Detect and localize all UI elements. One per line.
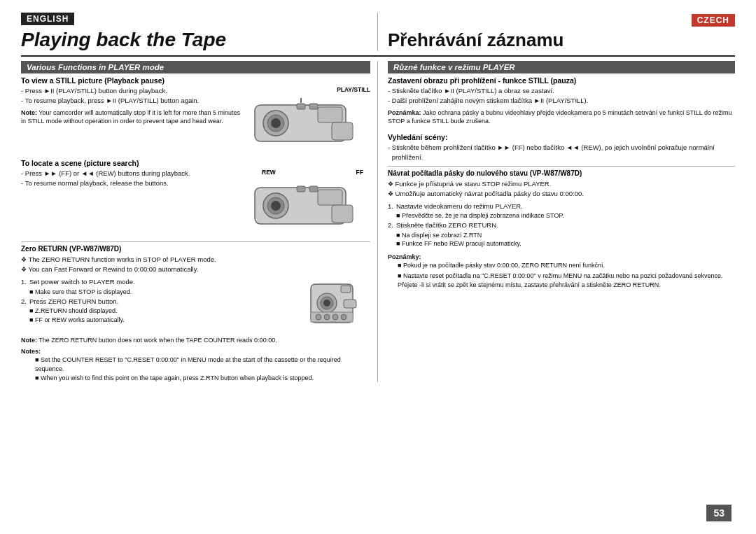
header-left: ENGLISH Playing back the Tape xyxy=(21,13,378,51)
step-2b-cz: Funkce FF nebo REW pracují automaticky. xyxy=(388,239,735,248)
zero-note-en: Note: The ZERO RETURN button does not wo… xyxy=(21,336,370,345)
scene-dash-2: To resume normal playback, release the b… xyxy=(21,178,244,188)
notes-1-en: Set the COUNTER RESET to "C.RESET 0:00:0… xyxy=(21,356,370,373)
step-2b-en: FF or REW works automatically. xyxy=(21,316,300,325)
svg-rect-14 xyxy=(332,205,353,223)
ff-label: FF xyxy=(356,169,363,176)
various-functions-bar-cz: Různé funkce v režimu PLAYER xyxy=(388,61,735,73)
header-titles: ENGLISH Playing back the Tape CZECH Přeh… xyxy=(21,13,735,57)
notes-2-en: When you wish to find this point on the … xyxy=(21,374,370,383)
svg-rect-5 xyxy=(332,122,353,140)
poznamky-cz: Poznámky: Pokud je na počítadle pásky st… xyxy=(388,253,735,289)
svg-rect-16 xyxy=(309,186,318,192)
zero-bullet-1-cz: Funkce je přístupná ve stavu STOP režimu… xyxy=(388,179,735,189)
zero-return-steps-en: 1.Set power switch to PLAYER mode. Make … xyxy=(21,277,300,335)
svg-rect-6 xyxy=(297,104,305,109)
still-dash-2: To resume playback, press ►II (PLAY/STIL… xyxy=(21,96,244,106)
still-title-cz: Zastavení obrazu při prohlížení - funkce… xyxy=(388,76,735,85)
section-title-cz: Přehrávání záznamu xyxy=(388,30,735,51)
zero-return-bullets-cz: Funkce je přístupná ve stavu STOP režimu… xyxy=(388,179,735,199)
camcorder-zero-svg xyxy=(307,277,367,333)
zero-return-section-cz: Návrat počítadla pásky do nulového stavu… xyxy=(388,166,735,289)
still-dash-1: Press ►II (PLAY/STILL) button during pla… xyxy=(21,86,244,96)
zero-bullet-1-en: The ZERO RETURN function works in STOP o… xyxy=(21,255,370,265)
step-2-en: 2.Press ZERO RETURN button. xyxy=(21,297,300,307)
step-2-cz: 2.Stiskněte tlačítko ZERO RETURN. xyxy=(388,220,735,230)
scene-title-en: To locate a scene (picture search) xyxy=(21,159,370,167)
zero-return-header-en: Zero RETURN (VP-W87/W87D) xyxy=(21,245,370,253)
step-1-cz: 1.Nastavte videokameru do režimu PLAYER. xyxy=(388,202,735,211)
scene-title-cz: Vyhledání scény: xyxy=(388,133,735,141)
still-cz-2: Další prohlížení zahájíte novým stiskem … xyxy=(388,96,735,106)
playstill-label: PLAY/STILL xyxy=(248,86,370,93)
svg-point-3 xyxy=(271,118,281,128)
step-2a-en: Z.RETURN should displayed. xyxy=(21,307,300,316)
svg-point-27 xyxy=(341,314,346,320)
scene-section-en: REW FF Press ►► (FF) or xyxy=(21,169,370,237)
notes-label-en: Notes: Set the COUNTER RESET to "C.RESET… xyxy=(21,347,370,382)
svg-rect-4 xyxy=(318,107,342,122)
step-1a-cz: Přesvědčte se, že je na displeji zobraze… xyxy=(388,211,735,220)
svg-rect-7 xyxy=(309,104,318,109)
section-title-en: Playing back the Tape xyxy=(21,29,370,51)
pozn-1-cz: Pokud je na počítadle pásky stav 0:00:00… xyxy=(388,261,735,270)
rew-label: REW xyxy=(262,169,276,176)
scene-body-cz: Stiskněte během prohlížení tlačítko ►► (… xyxy=(388,143,735,162)
svg-point-26 xyxy=(332,314,338,320)
step-1-en: 1.Set power switch to PLAYER mode. xyxy=(21,277,300,287)
zero-bullet-2-en: You can Fast Forward or Rewind to 0:00:0… xyxy=(21,265,370,274)
svg-point-12 xyxy=(271,201,281,211)
zero-return-camera-en xyxy=(307,277,370,335)
step-1a-en: Make sure that STOP is displayed. xyxy=(21,288,300,297)
page: ENGLISH Playing back the Tape CZECH Přeh… xyxy=(0,0,756,534)
zero-return-content-en: 1.Set power switch to PLAYER mode. Make … xyxy=(21,277,370,335)
main-left: Various Functions in PLAYER mode To view… xyxy=(21,61,378,382)
svg-rect-15 xyxy=(297,186,305,192)
pozn-2-cz: Nastavte reset počítadla na "C.RESET 0:0… xyxy=(388,272,735,289)
camcorder-still-svg xyxy=(248,94,367,150)
svg-point-25 xyxy=(324,314,330,320)
svg-point-24 xyxy=(316,314,321,320)
zero-return-header-cz: Návrat počítadla pásky do nulového stavu… xyxy=(388,169,735,177)
svg-rect-13 xyxy=(318,190,342,205)
svg-rect-21 xyxy=(341,286,351,293)
svg-rect-22 xyxy=(344,300,356,308)
zero-steps-text: 1.Set power switch to PLAYER mode. Make … xyxy=(21,277,300,324)
main-right: Různé funkce v režimu PLAYER Zastavení o… xyxy=(378,61,735,382)
svg-point-20 xyxy=(323,300,330,307)
step-2a-cz: Na displeji se zobrazí Z.RTN xyxy=(388,231,735,240)
main-content: Various Functions in PLAYER mode To view… xyxy=(21,61,735,382)
page-number-badge: 53 xyxy=(706,505,732,521)
still-note-cz: Poznámka: Jako ochrana pásky a bubnu vid… xyxy=(388,108,735,126)
various-functions-bar-en: Various Functions in PLAYER mode xyxy=(21,61,370,73)
zero-return-steps-cz: 1.Nastavte videokameru do režimu PLAYER.… xyxy=(388,202,735,248)
still-cz-1: Stiskněte tlačítko ►II (PLAY/STILL) a ob… xyxy=(388,86,735,96)
czech-badge: CZECH xyxy=(692,14,735,27)
header-right: CZECH Přehrávání záznamu xyxy=(378,14,735,51)
zero-return-bullets-en: The ZERO RETURN function works in STOP o… xyxy=(21,255,370,274)
english-badge: ENGLISH xyxy=(21,13,74,25)
zero-return-section-en: Zero RETURN (VP-W87/W87D) The ZERO RETUR… xyxy=(21,241,370,382)
still-section-en: PLAY/STILL xyxy=(21,86,370,155)
still-body-cz: Stiskněte tlačítko ►II (PLAY/STILL) a ob… xyxy=(388,86,735,106)
still-title-en: To view a STILL picture (Playback pause) xyxy=(21,76,370,85)
camcorder-scene-svg xyxy=(248,177,367,233)
scene-dash-1: Press ►► (FF) or ◄◄ (REW) buttons during… xyxy=(21,169,244,178)
scene-cz-1: Stiskněte během prohlížení tlačítko ►► (… xyxy=(388,143,735,162)
zero-bullet-2-cz: Umožňuje automatický návrat počítadla pá… xyxy=(388,189,735,199)
